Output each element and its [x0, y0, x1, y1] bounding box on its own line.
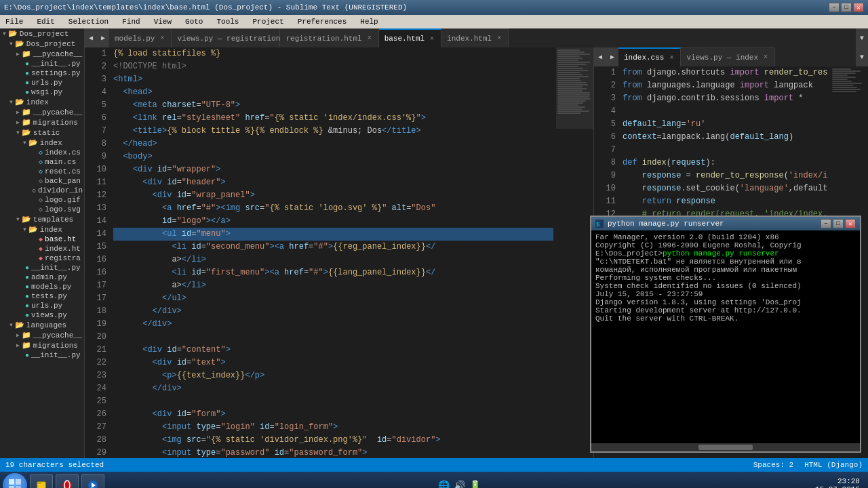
tree-item-migrations[interactable]: ▶📁 migrations	[0, 117, 84, 127]
tree-item---init---py[interactable]: ● __init__.py	[0, 263, 84, 272]
code-line: <link rel="stylesheet" href="{% static '…	[113, 112, 553, 125]
left-tab-views-py---registration[interactable]: views.py — registration×	[172, 28, 280, 47]
tree-item-urls-py[interactable]: ● urls.py	[0, 301, 84, 310]
line-number: 14	[85, 215, 106, 228]
terminal-scrollbar-thumb[interactable]	[698, 445, 753, 450]
tree-arrow-icon: ▼	[23, 226, 26, 232]
tab-overflow-button[interactable]: ▼	[856, 28, 868, 47]
code-line	[113, 395, 553, 408]
tree-item-static[interactable]: ▼📂 static	[0, 127, 84, 138]
tree-item-label: __init__.py	[31, 60, 81, 68]
minimize-button[interactable]: –	[829, 3, 840, 12]
tree-item-tests-py[interactable]: ● tests.py	[0, 291, 84, 301]
tree-item-index[interactable]: ▼📂 index	[0, 224, 84, 235]
line-number: 3	[594, 92, 616, 105]
tab-close-button[interactable]: ×	[366, 34, 373, 43]
menu-item-help[interactable]: Help	[357, 16, 380, 27]
left-code-content[interactable]: {% load staticfiles %}<!DOCTYPE html><ht…	[111, 47, 556, 458]
start-button[interactable]	[3, 473, 27, 488]
terminal-scrollbar[interactable]	[591, 443, 860, 451]
tree-item-index[interactable]: ▼📂 index	[0, 138, 84, 148]
terminal-content[interactable]: Far Manager, version 2.0 (build 1204) x8…	[591, 230, 860, 443]
tree-item-wsgi-py[interactable]: ● wsgi.py	[0, 87, 84, 97]
tree-item---init---py[interactable]: ● __init__.py	[0, 59, 84, 68]
gif-icon: ◇	[39, 196, 43, 204]
close-button[interactable]: ✕	[853, 3, 864, 12]
tree-item-templates[interactable]: ▼📂 templates	[0, 214, 84, 224]
menu-item-preferences[interactable]: Preferences	[295, 16, 350, 27]
maximize-button[interactable]: □	[841, 3, 852, 12]
tab-close-button[interactable]: ×	[762, 53, 769, 62]
tab-close-button[interactable]: ×	[668, 54, 675, 62]
tree-item-index-cs[interactable]: ◇ index.cs	[0, 148, 84, 157]
folder-icon: 📂	[28, 225, 38, 234]
tree-item-views-py[interactable]: ● views.py	[0, 310, 84, 320]
folder-icon: 📁	[22, 118, 31, 127]
right-tab-nav-next[interactable]: ▶	[606, 47, 618, 66]
tree-item-label: wsgi.py	[31, 88, 62, 96]
left-tab-registration-html[interactable]: registration.html×	[280, 28, 378, 47]
tree-item-migrations[interactable]: ▶📁 migrations	[0, 340, 84, 350]
tree-item---init---py[interactable]: ● __init__.py	[0, 350, 84, 360]
terminal-close[interactable]: ✕	[845, 219, 856, 228]
tree-item-urls-py[interactable]: ● urls.py	[0, 78, 84, 87]
tree-item-registra[interactable]: ◆ registra	[0, 253, 84, 263]
tree-item---pycache--[interactable]: ▶📁 __pycache__	[0, 330, 84, 340]
tree-item-index-ht[interactable]: ◆ index.ht	[0, 244, 84, 253]
tab-close-button[interactable]: ×	[496, 34, 502, 43]
right-tab-index-css[interactable]: index.css×	[618, 47, 681, 66]
tree-arrow-icon: ▼	[3, 30, 6, 37]
line-number: 26	[85, 408, 106, 421]
tree-item-logo-svg[interactable]: ◇ logo.svg	[0, 205, 84, 214]
tree-item-back-pan[interactable]: ◇ back_pan	[0, 176, 84, 186]
menu-item-project[interactable]: Project	[250, 16, 286, 27]
taskbar-explorer[interactable]	[30, 474, 53, 488]
left-tab-base-html[interactable]: base.html×	[379, 28, 441, 47]
tree-item-label: migrations	[33, 119, 78, 127]
tab-close-button[interactable]: ×	[159, 34, 165, 43]
html-icon: ◆	[39, 254, 43, 262]
tree-item-models-py[interactable]: ● models.py	[0, 282, 84, 291]
tree-item-dos-project[interactable]: ▼📂 Dos_project	[0, 39, 84, 49]
terminal-minimize[interactable]: –	[821, 219, 831, 228]
menu-item-find[interactable]: Find	[119, 16, 142, 27]
tree-item---pycache--[interactable]: ▶📁 __pycache__	[0, 49, 84, 59]
terminal-line: "c:\NTDETEKT.bat" не является внутренней…	[595, 258, 856, 266]
menu-item-selection[interactable]: Selection	[66, 16, 111, 27]
tree-item-settings-py[interactable]: ● settings.py	[0, 68, 84, 78]
terminal-maximize[interactable]: □	[833, 219, 844, 228]
taskbar-opera[interactable]	[56, 474, 79, 488]
tree-item-index[interactable]: ▼📂 index	[0, 97, 84, 107]
menu-item-edit[interactable]: Edit	[34, 16, 57, 27]
tree-item-dividor-in[interactable]: ◇ dividor_in	[0, 186, 84, 195]
tree-item-label: logo.svg	[45, 205, 81, 214]
py-icon: ●	[25, 274, 29, 281]
right-tab-views-py---index[interactable]: views.py — index×	[681, 47, 775, 66]
tree-item-main-cs[interactable]: ◇ main.cs	[0, 157, 84, 167]
tab-nav-next[interactable]: ▶	[97, 28, 109, 47]
left-tab-models-py[interactable]: models.py×	[109, 28, 172, 47]
menu-item-view[interactable]: View	[151, 16, 174, 27]
line-number: 10	[594, 182, 616, 195]
code-line: from django.contrib.sessions import *	[623, 92, 828, 105]
menu-item-tools[interactable]: Tools	[214, 16, 241, 27]
tree-item-dos-project[interactable]: ▼📂 Dos_project	[0, 28, 84, 39]
left-tab-index-html[interactable]: index.html×	[441, 28, 509, 47]
tree-item-label: Dos_project	[20, 30, 69, 38]
tab-nav-prev[interactable]: ◀	[85, 28, 97, 47]
folder-icon: 📁	[22, 108, 31, 117]
tree-item-base-ht[interactable]: ◆ base.ht	[0, 235, 84, 244]
tree-item---pycache--[interactable]: ▶📁 __pycache__	[0, 107, 84, 117]
taskbar-media[interactable]	[81, 474, 104, 488]
menu-item-file[interactable]: File	[3, 16, 26, 27]
menu-item-goto[interactable]: Goto	[182, 16, 205, 27]
tab-close-button[interactable]: ×	[429, 35, 435, 43]
right-tab-nav-prev[interactable]: ◀	[594, 47, 606, 66]
tree-item-admin-py[interactable]: ● admin.py	[0, 272, 84, 282]
terminal-titlebar: $ python manage.py runserver – □ ✕	[591, 217, 860, 230]
tree-item-reset-cs[interactable]: ◇ reset.cs	[0, 167, 84, 176]
line-number: 22	[85, 357, 106, 369]
tree-item-logo-gif[interactable]: ◇ logo.gif	[0, 195, 84, 205]
right-tab-overflow-button[interactable]: ▼	[856, 47, 868, 66]
tree-item-languages[interactable]: ▼📂 languages	[0, 320, 84, 330]
